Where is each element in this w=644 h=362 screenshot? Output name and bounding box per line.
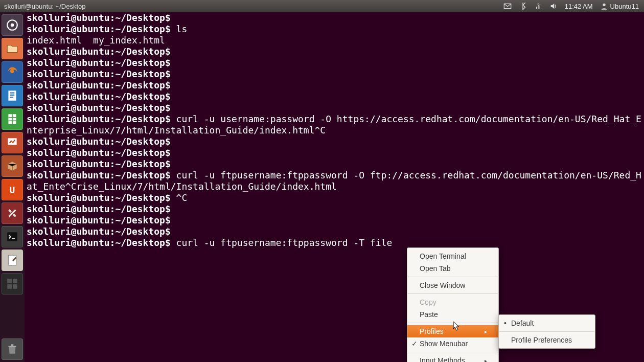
terminal-line: skolluri@ubuntu:~/Desktop$ xyxy=(27,69,642,80)
menu-item-label: Profile Preferences xyxy=(511,336,572,344)
svg-rect-15 xyxy=(13,284,17,289)
menu-separator xyxy=(408,352,498,352)
menu-separator xyxy=(499,331,594,332)
svg-rect-14 xyxy=(7,284,12,289)
trash-icon[interactable] xyxy=(2,338,23,360)
terminal-line: skolluri@ubuntu:~/Desktop$ xyxy=(27,57,642,69)
top-menubar: skolluri@ubuntu: ~/Desktop 11:42 AM Ubun… xyxy=(0,0,644,12)
menu-item-label: Open Terminal xyxy=(420,252,466,260)
terminal-line: skolluri@ubuntu:~/Desktop$ xyxy=(27,147,642,159)
volume-icon[interactable] xyxy=(549,2,558,10)
svg-rect-16 xyxy=(11,344,13,346)
network-icon[interactable] xyxy=(534,2,542,10)
terminal-icon[interactable] xyxy=(2,226,23,247)
terminal-line: skolluri@ubuntu:~/Desktop$ curl -u usern… xyxy=(27,114,642,136)
impress-icon[interactable] xyxy=(2,132,23,153)
chevron-right-icon: ▸ xyxy=(485,329,487,334)
terminal-output[interactable]: skolluri@ubuntu:~/Desktop$skolluri@ubunt… xyxy=(25,12,644,362)
user-icon xyxy=(600,2,608,10)
terminal-context-menu: Open TerminalOpen TabClose WindowCopyPas… xyxy=(407,247,499,362)
terminal-line: skolluri@ubuntu:~/Desktop$ xyxy=(27,80,642,91)
user-menu[interactable]: Ubuntu11 xyxy=(600,2,639,10)
menu-separator xyxy=(408,277,498,277)
svg-point-9 xyxy=(13,214,15,216)
workspace-icon[interactable] xyxy=(2,273,23,295)
window-title: skolluri@ubuntu: ~/Desktop xyxy=(0,3,86,10)
menu-item-label: Show Menubar xyxy=(420,340,468,348)
terminal-line: skolluri@ubuntu:~/Desktop$ xyxy=(27,46,642,57)
menu-item-open-terminal[interactable]: Open Terminal xyxy=(407,250,498,262)
terminal-line: skolluri@ubuntu:~/Desktop$ curl -u ftpus… xyxy=(27,170,642,192)
clock[interactable]: 11:42 AM xyxy=(565,3,593,10)
files-icon[interactable] xyxy=(2,38,23,59)
terminal-line: index.html my_index.html xyxy=(27,35,642,46)
chevron-right-icon: ▸ xyxy=(485,358,487,363)
svg-point-8 xyxy=(9,210,11,212)
terminal-line: skolluri@ubuntu:~/Desktop$ ^C xyxy=(27,192,642,203)
menu-item-label: Input Methods xyxy=(420,356,465,362)
terminal-line: skolluri@ubuntu:~/Desktop$ xyxy=(27,203,642,215)
mail-icon[interactable] xyxy=(503,2,512,10)
text-editor-icon[interactable] xyxy=(2,250,23,271)
svg-rect-10 xyxy=(7,232,17,241)
menu-item-default[interactable]: Default xyxy=(499,317,595,329)
terminal-line: skolluri@ubuntu:~/Desktop$ xyxy=(27,159,642,170)
svg-point-0 xyxy=(603,4,605,6)
menu-item-show-menubar[interactable]: Show Menubar xyxy=(407,337,498,350)
dash-icon[interactable] xyxy=(2,14,23,36)
svg-rect-13 xyxy=(13,279,17,283)
profiles-submenu: DefaultProfile Preferences xyxy=(498,314,595,349)
menu-item-copy: Copy xyxy=(407,296,498,308)
terminal-line: skolluri@ubuntu:~/Desktop$ xyxy=(27,226,642,237)
writer-icon[interactable] xyxy=(2,85,23,106)
terminal-line: skolluri@ubuntu:~/Desktop$ xyxy=(27,91,642,102)
software-center-icon[interactable] xyxy=(2,155,23,177)
menu-item-label: Paste xyxy=(420,310,438,319)
menu-item-label: Default xyxy=(511,319,534,327)
menu-separator xyxy=(408,293,498,294)
svg-point-2 xyxy=(11,24,14,27)
menu-item-label: Copy xyxy=(420,298,436,306)
menu-item-open-tab[interactable]: Open Tab xyxy=(407,262,498,275)
menu-item-input-methods[interactable]: Input Methods▸ xyxy=(407,354,498,362)
menu-item-paste[interactable]: Paste xyxy=(407,308,498,321)
system-tray: 11:42 AM Ubuntu11 xyxy=(503,2,644,10)
svg-text:U: U xyxy=(10,185,15,195)
terminal-line: skolluri@ubuntu:~/Desktop$ xyxy=(27,136,642,147)
firefox-icon[interactable] xyxy=(2,61,23,83)
terminal-line: skolluri@ubuntu:~/Desktop$ xyxy=(27,12,642,24)
menu-item-close-window[interactable]: Close Window xyxy=(407,279,498,291)
terminal-line: skolluri@ubuntu:~/Desktop$ ls xyxy=(27,24,642,35)
svg-rect-12 xyxy=(7,279,12,283)
calc-icon[interactable] xyxy=(2,108,23,130)
menu-item-label: Profiles xyxy=(420,327,444,335)
menu-item-label: Close Window xyxy=(420,281,465,289)
terminal-line: skolluri@ubuntu:~/Desktop$ xyxy=(27,215,642,226)
ubuntu-one-icon[interactable]: U xyxy=(2,179,23,200)
settings-icon[interactable] xyxy=(2,202,23,224)
bluetooth-icon[interactable] xyxy=(519,2,527,10)
mouse-cursor-icon xyxy=(453,321,460,331)
terminal-line: skolluri@ubuntu:~/Desktop$ xyxy=(27,102,642,114)
menu-item-profile-preferences[interactable]: Profile Preferences xyxy=(499,334,595,346)
terminal-line: skolluri@ubuntu:~/Desktop$ curl -u ftpus… xyxy=(27,237,642,248)
unity-launcher: U xyxy=(0,12,25,362)
menu-item-label: Open Tab xyxy=(420,264,450,273)
